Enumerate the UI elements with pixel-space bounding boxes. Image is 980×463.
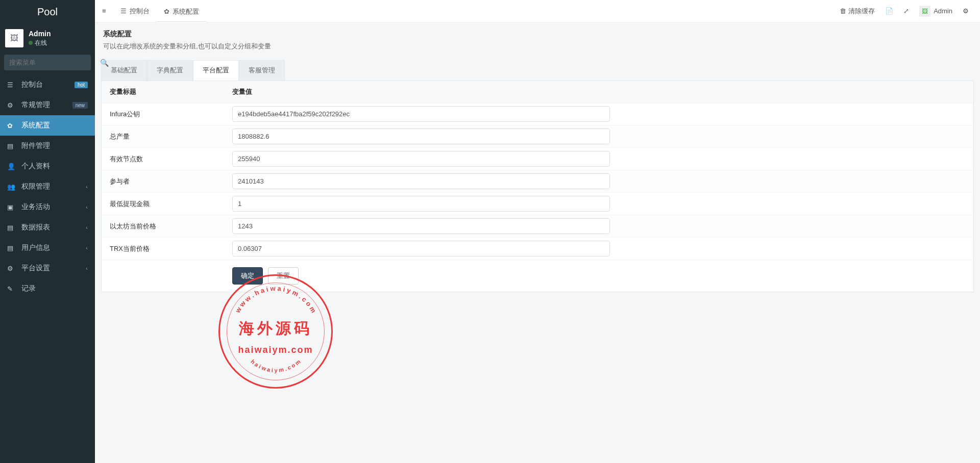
row-input-5[interactable] bbox=[232, 218, 610, 234]
row-input-6[interactable] bbox=[232, 241, 610, 256]
row-label: 总产量 bbox=[110, 132, 232, 141]
online-dot-icon bbox=[29, 41, 33, 45]
trash-icon: 🗑 bbox=[840, 7, 846, 15]
panel-header: 系统配置 可以在此增改系统的变量和分组,也可以自定义分组和变量 bbox=[101, 22, 974, 56]
menu-icon: ▤ bbox=[7, 224, 17, 232]
tab-icon: ☰ bbox=[120, 7, 127, 15]
sidebar-item-2[interactable]: ✿ 系统配置 bbox=[0, 115, 95, 136]
row-input-4[interactable] bbox=[232, 196, 610, 212]
row-input-0[interactable] bbox=[232, 106, 610, 122]
form-row-5: 以太坊当前价格 bbox=[102, 215, 973, 238]
tab-label: 控制台 bbox=[130, 7, 150, 16]
sidebar-item-7[interactable]: ▤ 数据报表 ‹ bbox=[0, 217, 95, 238]
form-row-2: 有效节点数 bbox=[102, 148, 973, 170]
top-user-label: Admin bbox=[934, 7, 952, 15]
sidebar: Pool 🖼 Admin 在线 🔍 ☰ 控制台 hot ⚙ 常规管理 new ✿… bbox=[0, 0, 95, 298]
menu-icon: ✎ bbox=[7, 285, 17, 293]
menu-label: 记录 bbox=[21, 284, 88, 293]
form-row-0: Infura公钥 bbox=[102, 103, 973, 125]
menu-icon: ✿ bbox=[7, 122, 17, 130]
sidebar-item-3[interactable]: ▤ 附件管理 bbox=[0, 136, 95, 156]
chevron-left-icon: ‹ bbox=[86, 224, 88, 230]
hamburger-icon[interactable]: ≡ bbox=[95, 0, 113, 22]
sidebar-item-6[interactable]: ▣ 业务活动 ‹ bbox=[0, 197, 95, 217]
config-tab-1[interactable]: 字典配置 bbox=[147, 60, 193, 81]
badge-hot: hot bbox=[75, 82, 88, 88]
form-row-3: 参与者 bbox=[102, 170, 973, 193]
sidebar-item-0[interactable]: ☰ 控制台 hot bbox=[0, 74, 95, 95]
badge-new: new bbox=[72, 102, 88, 109]
row-input-1[interactable] bbox=[232, 128, 610, 144]
menu-icon: ▤ bbox=[7, 244, 17, 252]
menu-label: 数据报表 bbox=[21, 223, 83, 232]
docs-icon[interactable]: 📄 bbox=[880, 0, 898, 22]
row-input-3[interactable] bbox=[232, 173, 610, 189]
menu-label: 控制台 bbox=[21, 80, 75, 89]
sidebar-user-status: 在线 bbox=[29, 39, 51, 47]
menu-label: 系统配置 bbox=[21, 121, 88, 130]
reset-button[interactable]: 重置 bbox=[268, 267, 299, 285]
menu-label: 业务活动 bbox=[21, 202, 83, 212]
top-user[interactable]: 🖼Admin bbox=[914, 0, 958, 22]
tab-icon: ✿ bbox=[164, 8, 169, 15]
form-panel: 变量标题 变量值 Infura公钥 总产量 有效节点数 参与者 最低提现金额 以… bbox=[101, 81, 974, 292]
menu-label: 权限管理 bbox=[21, 182, 83, 191]
row-label: 有效节点数 bbox=[110, 155, 232, 164]
chevron-left-icon: ‹ bbox=[86, 184, 88, 190]
avatar: 🖼 bbox=[5, 29, 23, 47]
row-label: 最低提现金额 bbox=[110, 199, 232, 209]
row-input-2[interactable] bbox=[232, 151, 610, 167]
chevron-left-icon: ‹ bbox=[86, 265, 88, 271]
menu-label: 用户信息 bbox=[21, 243, 83, 252]
sidebar-item-5[interactable]: 👥 权限管理 ‹ bbox=[0, 176, 95, 197]
clear-cache-label: 清除缓存 bbox=[848, 7, 875, 16]
top-tab-0[interactable]: ☰控制台 bbox=[113, 0, 157, 22]
row-label: TRX当前价格 bbox=[110, 244, 232, 253]
form-actions: 确定 重置 bbox=[102, 260, 973, 292]
app-logo: Pool bbox=[0, 0, 95, 24]
menu-icon: 👤 bbox=[7, 163, 17, 170]
content: 系统配置 可以在此增改系统的变量和分组,也可以自定义分组和变量 基础配置字典配置… bbox=[95, 0, 980, 298]
top-tab-1[interactable]: ✿系统配置 bbox=[157, 0, 206, 22]
menu-label: 个人资料 bbox=[21, 162, 88, 171]
sidebar-item-4[interactable]: 👤 个人资料 bbox=[0, 156, 95, 176]
menu-icon: 👥 bbox=[7, 183, 17, 191]
sidebar-item-10[interactable]: ✎ 记录 bbox=[0, 278, 95, 298]
menu-label: 平台设置 bbox=[21, 264, 83, 273]
chevron-left-icon: ‹ bbox=[86, 204, 88, 210]
form-row-1: 总产量 bbox=[102, 125, 973, 148]
sidebar-item-8[interactable]: ▤ 用户信息 ‹ bbox=[0, 238, 95, 258]
col-label: 变量标题 bbox=[110, 87, 232, 96]
tabs: 基础配置字典配置平台配置客服管理 bbox=[101, 60, 974, 81]
sidebar-username: Admin bbox=[29, 30, 51, 38]
config-tab-2[interactable]: 平台配置 bbox=[193, 60, 239, 81]
form-row-6: TRX当前价格 bbox=[102, 238, 973, 260]
tab-label: 系统配置 bbox=[173, 7, 199, 16]
config-tab-3[interactable]: 客服管理 bbox=[239, 60, 285, 81]
sidebar-item-9[interactable]: ⚙ 平台设置 ‹ bbox=[0, 258, 95, 278]
row-label: Infura公钥 bbox=[110, 110, 232, 119]
sidebar-search: 🔍 bbox=[4, 55, 91, 70]
col-value: 变量值 bbox=[232, 87, 252, 96]
form-row-4: 最低提现金额 bbox=[102, 193, 973, 215]
page-title: 系统配置 bbox=[103, 30, 972, 39]
clear-cache-button[interactable]: 🗑清除缓存 bbox=[835, 0, 880, 22]
submit-button[interactable]: 确定 bbox=[232, 267, 263, 285]
status-text: 在线 bbox=[35, 39, 47, 47]
menu-label: 常规管理 bbox=[21, 100, 72, 110]
chevron-left-icon: ‹ bbox=[86, 245, 88, 251]
menu-icon: ▤ bbox=[7, 142, 17, 150]
search-icon[interactable]: 🔍 bbox=[100, 55, 109, 70]
fullscreen-icon[interactable]: ⤢ bbox=[898, 0, 914, 22]
search-input[interactable] bbox=[4, 55, 100, 70]
menu-icon: ⚙ bbox=[7, 101, 17, 109]
menu-icon: ⚙ bbox=[7, 265, 17, 272]
row-label: 参与者 bbox=[110, 177, 232, 186]
sidebar-user-panel: 🖼 Admin 在线 bbox=[0, 24, 95, 55]
sidebar-item-1[interactable]: ⚙ 常规管理 new bbox=[0, 95, 95, 115]
avatar-sm-icon: 🖼 bbox=[919, 6, 930, 17]
top-nav: ≡ ☰控制台✿系统配置 🗑清除缓存 📄 ⤢ 🖼Admin ⚙ bbox=[95, 0, 980, 22]
table-header: 变量标题 变量值 bbox=[102, 81, 973, 103]
page-subtitle: 可以在此增改系统的变量和分组,也可以自定义分组和变量 bbox=[103, 42, 972, 51]
settings-icon[interactable]: ⚙ bbox=[958, 0, 974, 22]
